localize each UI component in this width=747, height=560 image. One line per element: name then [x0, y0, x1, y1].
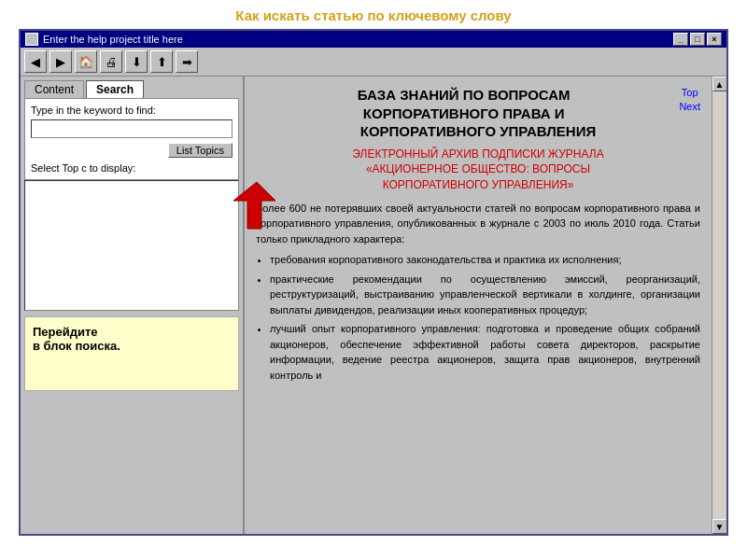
- tab-search[interactable]: Search: [86, 80, 144, 98]
- tabs: Content Search: [21, 77, 243, 98]
- topics-list[interactable]: [24, 180, 239, 311]
- right-content: Top Next БАЗА ЗНАНИЙ ПО ВОПРОСАМ КОРПОРА…: [245, 77, 712, 534]
- body-text: Более 600 не потерявших своей актуальнос…: [256, 201, 700, 247]
- scroll-down-arrow[interactable]: ▼: [712, 519, 727, 534]
- window-title-text: Enter the help project title here: [43, 34, 183, 45]
- info-box-text: Перейдите в блок поиска.: [33, 325, 120, 353]
- bullet-list: требования корпоративного законодательст…: [256, 252, 700, 383]
- window-title-group: Enter the help project title here: [25, 33, 183, 46]
- next-link[interactable]: Next: [679, 100, 700, 114]
- back-button[interactable]: ◀: [24, 50, 47, 73]
- print-button[interactable]: 🖨: [100, 50, 122, 73]
- minimize-button[interactable]: _: [673, 33, 688, 46]
- main-content: Content Search Type in the keyword to fi…: [21, 77, 726, 534]
- forward-button[interactable]: ▶: [49, 50, 72, 73]
- top-link[interactable]: Top: [679, 86, 700, 100]
- scroll-up-arrow[interactable]: ▲: [712, 77, 727, 91]
- down-button[interactable]: ⬇: [125, 50, 148, 73]
- list-topics-button[interactable]: List Topics: [168, 143, 233, 158]
- help-window: Enter the help project title here _ □ × …: [19, 29, 728, 536]
- content-header: БАЗА ЗНАНИЙ ПО ВОПРОСАМ КОРПОРАТИВНОГО П…: [256, 86, 700, 141]
- right-content-wrapper: Top Next БАЗА ЗНАНИЙ ПО ВОПРОСАМ КОРПОРА…: [245, 77, 726, 534]
- page-title: Как искать статью по ключевому слову: [0, 0, 747, 29]
- next-button[interactable]: ➡: [176, 50, 198, 73]
- maximize-button[interactable]: □: [690, 33, 705, 46]
- list-item: требования корпоративного законодательст…: [270, 252, 700, 268]
- subtitle: ЭЛЕКТРОННЫЙ АРХИВ ПОДПИСКИ ЖУРНАЛА «АКЦИ…: [256, 147, 700, 193]
- search-input[interactable]: [31, 119, 233, 138]
- select-label: Select Top c to display:: [31, 162, 233, 174]
- toolbar: ◀ ▶ 🏠 🖨 ⬇ ⬆ ➡: [21, 48, 726, 77]
- search-label: Type in the keyword to find:: [31, 105, 233, 116]
- window-controls: _ □ ×: [673, 33, 722, 46]
- scroll-track[interactable]: [712, 91, 727, 519]
- info-box: Перейдите в блок поиска.: [24, 316, 239, 391]
- home-button[interactable]: 🏠: [75, 50, 97, 73]
- window-titlebar: Enter the help project title here _ □ ×: [21, 31, 726, 48]
- search-area: Type in the keyword to find: List Topics…: [24, 98, 239, 180]
- window-icon: [25, 33, 38, 46]
- left-panel: Content Search Type in the keyword to fi…: [21, 77, 245, 534]
- close-button[interactable]: ×: [707, 33, 722, 46]
- tab-content[interactable]: Content: [24, 80, 84, 98]
- list-item: практические рекомендации по осуществлен…: [270, 272, 700, 318]
- list-item: лучший опыт корпоративного управления: п…: [270, 321, 700, 383]
- right-scrollbar: ▲ ▼: [712, 77, 726, 534]
- up-button[interactable]: ⬆: [150, 50, 173, 73]
- top-next-links: Top Next: [679, 86, 700, 115]
